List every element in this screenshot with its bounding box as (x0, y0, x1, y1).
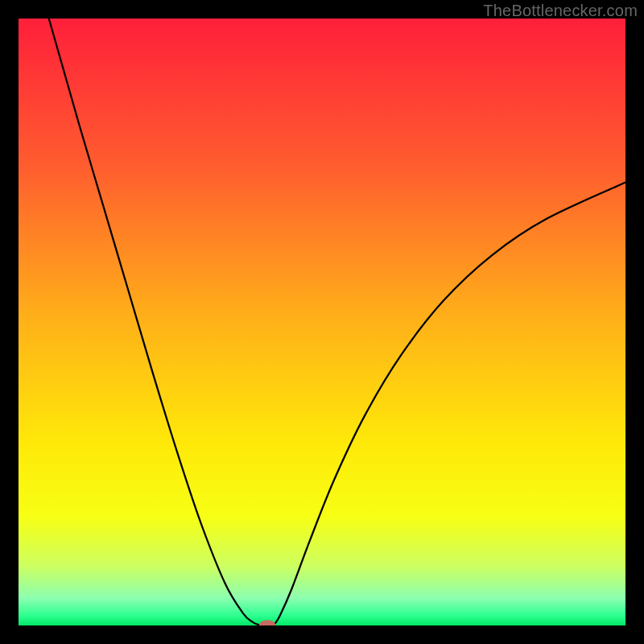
chart-frame: TheBottlenecker.com (0, 0, 644, 644)
plot-area (19, 19, 625, 625)
bottleneck-chart (19, 19, 625, 625)
watermark-text: TheBottlenecker.com (483, 2, 638, 20)
gradient-background (19, 19, 625, 625)
